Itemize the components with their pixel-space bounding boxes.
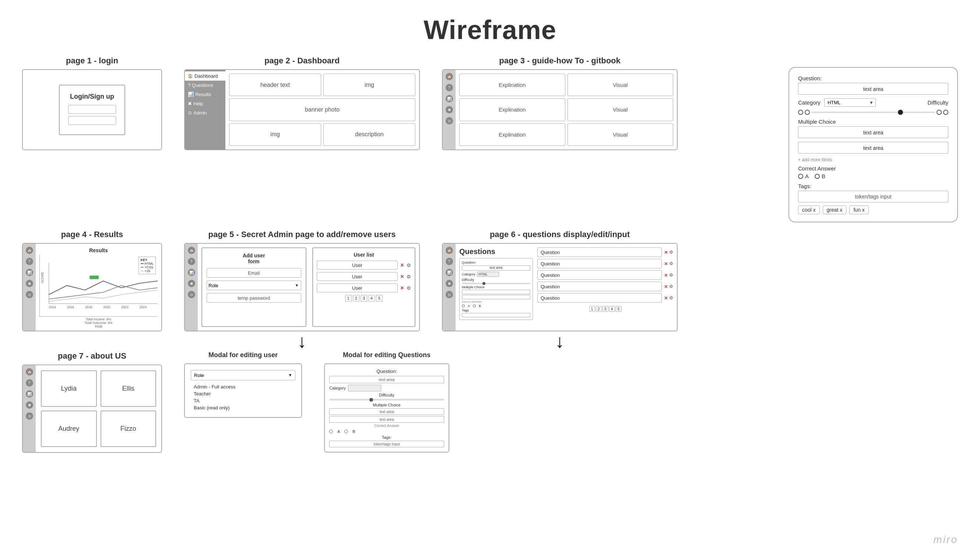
q6-delete-4[interactable]: ✕ <box>664 295 668 301</box>
ab-icon-x: ✖ <box>26 401 33 409</box>
pagination-row: 1 2 3 4 5 <box>317 295 411 302</box>
page6-label: page 6 - questions display/edit/input <box>490 230 630 239</box>
q6-page-3[interactable]: 3 <box>603 306 608 312</box>
guide-icon-x: ✖ <box>445 106 453 113</box>
sidebar-item-help[interactable]: ✖ Help <box>185 99 225 108</box>
sidebar-item-admin[interactable]: ⊙ Admin <box>185 108 225 118</box>
modal-option-teacher[interactable]: Teacher <box>191 390 295 397</box>
guide-content: Explination Visual Explination Visual Ex… <box>455 70 677 149</box>
q6-delete-2[interactable]: ✕ <box>664 272 668 278</box>
username-input[interactable] <box>68 105 116 114</box>
q6-page-5[interactable]: 5 <box>616 306 622 312</box>
q6-edit-4[interactable]: ⚙ <box>669 295 673 301</box>
q6-edit-0[interactable]: ⚙ <box>669 249 673 255</box>
sidebar-item-results[interactable]: 📊 Results <box>185 90 225 99</box>
qm-category-select[interactable]: HTML CSS JS <box>824 98 876 107</box>
arrow-to-modal-user: ↓ <box>298 332 307 351</box>
modal-q-textarea[interactable]: text area <box>329 376 444 383</box>
q6-icon-circle: ⊙ <box>445 291 453 298</box>
page-num-4[interactable]: 4 <box>368 295 375 302</box>
dashboard-content: header text img banner photo img descrip… <box>225 70 419 149</box>
rs-icon-home: 🏠 <box>26 247 33 254</box>
admin-sidebar: 🏠 ? 📊 ✖ ⊙ <box>185 244 198 331</box>
diff-end-circle <box>943 110 948 115</box>
as-icon-x: ✖ <box>188 280 195 287</box>
q6-left: Questions Question: text area Category H… <box>459 248 533 327</box>
radio-b[interactable]: B <box>815 173 825 179</box>
login-title: Login/Sign up <box>67 93 117 100</box>
svg-rect-2 <box>89 275 99 279</box>
diff-slider-track[interactable] <box>811 111 935 113</box>
q6-q-row-4: Question ✕ ⚙ <box>537 293 673 303</box>
page-num-5[interactable]: 5 <box>376 295 383 302</box>
user-edit-0[interactable]: ⚙ <box>407 262 411 268</box>
login-inner: Login/Sign up <box>59 85 125 135</box>
user-row-2: User ✕ ⚙ <box>317 283 411 292</box>
page-num-2[interactable]: 2 <box>353 295 360 302</box>
q6-mini-radio: A B <box>462 304 530 308</box>
q6-delete-0[interactable]: ✕ <box>664 249 668 255</box>
q6-delete-1[interactable]: ✕ <box>664 261 668 267</box>
tag-great[interactable]: great x <box>823 205 847 214</box>
guide-cell-3: Visual <box>568 98 674 121</box>
sidebar-item-questions[interactable]: ? Questions <box>185 81 225 90</box>
user-delete-2[interactable]: ✕ <box>400 285 404 291</box>
rs-icon-x: ✖ <box>26 280 33 287</box>
modal-option-ta[interactable]: TA <box>191 397 295 404</box>
person-fizzo: Fizzo <box>100 410 156 447</box>
password-input[interactable] <box>68 116 116 125</box>
modal-role-select[interactable]: Role Admin - Full access Teacher TA Basi… <box>191 370 295 380</box>
q6-right: Question ✕ ⚙ Question ✕ ⚙ <box>537 248 673 327</box>
page5-box: 🏠 ? 📊 ✖ ⊙ Add userform Email Role Admin … <box>184 243 420 331</box>
q6-page-4[interactable]: 4 <box>609 306 615 312</box>
q6-icon-chart: 📊 <box>445 269 453 276</box>
page1-section: page 1 - login Login/Sign up <box>22 56 162 150</box>
temp-password-input[interactable]: temp password <box>207 293 301 303</box>
qm-category-row: Category HTML CSS JS ▼ Difficulty <box>798 98 948 107</box>
role-select[interactable]: Role Admin Teacher TA <box>207 281 301 290</box>
modal-q-mc1[interactable]: text area <box>329 408 444 415</box>
sidebar-item-dashboard[interactable]: 🏠 Dashboard <box>185 72 225 81</box>
email-input[interactable]: Email <box>207 268 301 278</box>
qm-textarea[interactable]: text area <box>798 83 948 95</box>
q6-mini-token <box>462 313 530 317</box>
modal-q-category-select[interactable] <box>348 385 381 391</box>
modal-q-radio-b <box>344 430 348 433</box>
svg-text:2014: 2014 <box>49 305 56 309</box>
question-modal-section: Question: text area Category HTML CSS JS… <box>789 56 958 222</box>
tag-fun[interactable]: fun x <box>849 205 869 214</box>
qm-mc-textarea1[interactable]: text area <box>798 126 948 138</box>
page-num-1[interactable]: 1 <box>345 295 352 302</box>
user-box-1: User <box>317 272 398 281</box>
help-icon: ✖ <box>188 101 192 106</box>
q6-title: Questions <box>459 248 533 256</box>
q6-page-1[interactable]: 1 <box>589 306 595 312</box>
q6-edit-1[interactable]: ⚙ <box>669 261 673 267</box>
modal-option-admin[interactable]: Admin - Full access <box>191 383 295 390</box>
tag-cool[interactable]: cool x <box>798 205 820 214</box>
user-delete-0[interactable]: ✕ <box>400 262 404 268</box>
qm-add-more[interactable]: + add more fields <box>798 157 948 162</box>
q6-delete-3[interactable]: ✕ <box>664 284 668 289</box>
svg-text:2022: 2022 <box>121 305 129 309</box>
q6-page-2[interactable]: 2 <box>596 306 602 312</box>
modal-q-mc2[interactable]: text area <box>329 416 444 423</box>
radio-a[interactable]: A <box>798 173 809 179</box>
page-num-3[interactable]: 3 <box>361 295 367 302</box>
page1-label: page 1 - login <box>66 56 118 65</box>
q6-edit-2[interactable]: ⚙ <box>669 272 673 278</box>
q6-mini-form: Question: text area Category HTML Diffic… <box>459 258 533 320</box>
page6-section: page 6 - questions display/edit/input 🏠 … <box>442 230 678 331</box>
page6-box: 🏠 ? 📊 ✖ ⊙ Questions Question: text area … <box>442 243 678 331</box>
modal-option-basic[interactable]: Basic (read only) <box>191 404 295 411</box>
user-edit-2[interactable]: ⚙ <box>407 285 411 291</box>
qm-question-label: Question: <box>798 75 948 81</box>
modal-q-token[interactable]: token/tags Input <box>329 441 444 447</box>
qm-mc-textarea2[interactable]: text area <box>798 142 948 154</box>
user-delete-1[interactable]: ✕ <box>400 273 404 280</box>
diff-slider-thumb <box>898 110 903 115</box>
qm-token-input[interactable]: token/tags input <box>798 191 948 202</box>
user-edit-1[interactable]: ⚙ <box>407 274 411 280</box>
q6-edit-3[interactable]: ⚙ <box>669 284 673 289</box>
user-box-0: User <box>317 261 398 270</box>
